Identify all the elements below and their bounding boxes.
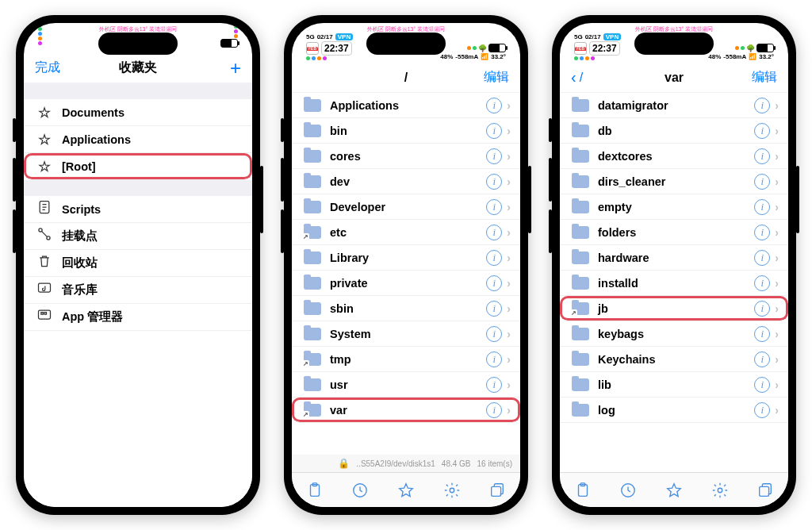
folder-row[interactable]: folders i › — [560, 220, 788, 245]
toolbar-clock-button[interactable] — [618, 480, 638, 501]
folder-row[interactable]: var i › — [292, 398, 520, 423]
folder-row[interactable]: Library i › — [292, 245, 520, 271]
info-button[interactable]: i — [754, 250, 770, 266]
svg-rect-16 — [760, 486, 769, 496]
toolbar-windows-button[interactable] — [755, 480, 776, 501]
favorites-row[interactable]: Scripts — [24, 196, 252, 223]
folder-list-var[interactable]: datamigrator i › db i › dextcores i › di… — [560, 93, 788, 472]
folder-row[interactable]: lib i › — [560, 372, 788, 398]
folder-row[interactable]: installd i › — [560, 271, 788, 296]
chevron-right-icon: › — [502, 252, 511, 264]
folder-icon — [572, 378, 589, 391]
star-icon: ☆ — [38, 158, 51, 175]
folder-row[interactable]: hardware i › — [560, 245, 788, 271]
info-button[interactable]: i — [486, 225, 502, 240]
folder-row[interactable]: dirs_cleaner i › — [560, 169, 788, 194]
info-button[interactable]: i — [486, 199, 502, 215]
info-button[interactable]: i — [754, 148, 770, 164]
info-button[interactable]: i — [486, 351, 502, 367]
favorites-row[interactable]: 回收站 — [24, 250, 252, 277]
star-icon: ☆ — [38, 104, 51, 121]
folder-icon — [304, 175, 321, 188]
folder-row[interactable]: etc i › — [292, 220, 520, 245]
row-label: lib — [592, 378, 754, 391]
toolbar-clock-button[interactable] — [350, 480, 370, 501]
toolbar-gear-button[interactable] — [442, 480, 462, 501]
mount-icon — [36, 226, 52, 246]
info-button[interactable]: i — [486, 377, 502, 393]
folder-row[interactable]: db i › — [560, 118, 788, 144]
info-button[interactable]: i — [486, 402, 502, 418]
toolbar-star-button[interactable] — [396, 480, 416, 501]
folder-icon — [304, 302, 321, 315]
svg-rect-6 — [44, 313, 47, 315]
info-button[interactable]: i — [754, 301, 770, 317]
info-button[interactable]: i — [754, 199, 770, 215]
folder-row[interactable]: keybags i › — [560, 321, 788, 347]
info-button[interactable]: i — [754, 351, 770, 367]
toolbar-star-button[interactable] — [664, 480, 684, 501]
info-button[interactable]: i — [486, 250, 502, 266]
folder-row[interactable]: dextcores i › — [560, 144, 788, 169]
favorites-row[interactable]: ☆ Applications — [24, 126, 252, 153]
row-label: 回收站 — [56, 255, 243, 271]
favorites-row[interactable]: ☆ Documents — [24, 99, 252, 126]
dynamic-island — [98, 33, 178, 55]
folder-row[interactable]: Applications i › — [292, 93, 520, 118]
info-button[interactable]: i — [486, 148, 502, 164]
folder-row[interactable]: cores i › — [292, 144, 520, 169]
edit-button[interactable]: 编辑 — [752, 69, 777, 86]
folder-row[interactable]: System i › — [292, 321, 520, 347]
info-button[interactable]: i — [486, 326, 502, 342]
info-button[interactable]: i — [486, 301, 502, 317]
folder-icon — [572, 226, 589, 239]
info-button[interactable]: i — [754, 275, 770, 291]
chevron-right-icon: › — [502, 99, 511, 112]
info-button[interactable]: i — [754, 174, 770, 190]
folder-row[interactable]: datamigrator i › — [560, 93, 788, 118]
toolbar-clipboard-button[interactable] — [573, 480, 593, 501]
chevron-right-icon: › — [502, 150, 511, 163]
favorites-row[interactable]: ☆ [Root] — [24, 153, 252, 180]
folder-row[interactable]: private i › — [292, 271, 520, 296]
info-button[interactable]: i — [486, 275, 502, 291]
folder-row[interactable]: sbin i › — [292, 296, 520, 321]
folder-row[interactable]: dev i › — [292, 169, 520, 194]
phone-var: 外机区 阴断多云13° 装清湿温同 5G02/17VPN FEB22:37 🌳 … — [552, 15, 796, 515]
edit-button[interactable]: 编辑 — [484, 69, 509, 86]
back-button[interactable]: ‹ / — [571, 68, 583, 86]
chevron-right-icon: › — [770, 277, 779, 290]
svg-rect-5 — [41, 313, 44, 315]
row-label: Library — [324, 252, 486, 264]
info-button[interactable]: i — [754, 402, 770, 418]
folder-row[interactable]: bin i › — [292, 118, 520, 144]
info-button[interactable]: i — [754, 326, 770, 342]
toolbar-clipboard-button[interactable] — [304, 480, 325, 501]
folder-row[interactable]: empty i › — [560, 194, 788, 220]
favorites-row[interactable]: 音乐库 — [24, 277, 252, 304]
add-button[interactable]: + — [230, 57, 241, 79]
chevron-right-icon: › — [502, 125, 511, 137]
favorites-row[interactable]: App 管理器 — [24, 304, 252, 331]
done-button[interactable]: 完成 — [35, 60, 60, 76]
folder-row[interactable]: usr i › — [292, 372, 520, 398]
folder-row[interactable]: tmp i › — [292, 347, 520, 372]
info-button[interactable]: i — [486, 174, 502, 190]
toolbar-windows-button[interactable] — [487, 480, 508, 501]
chevron-right-icon: › — [502, 378, 511, 391]
folder-row[interactable]: Keychains i › — [560, 347, 788, 372]
folder-row[interactable]: log i › — [560, 398, 788, 423]
info-button[interactable]: i — [486, 123, 502, 139]
toolbar-gear-button[interactable] — [710, 480, 730, 501]
folder-icon — [572, 150, 589, 163]
row-label: tmp — [324, 353, 486, 366]
info-button[interactable]: i — [486, 98, 502, 113]
info-button[interactable]: i — [754, 98, 770, 113]
info-button[interactable]: i — [754, 123, 770, 139]
folder-row[interactable]: Developer i › — [292, 194, 520, 220]
favorites-row[interactable]: 挂载点 — [24, 223, 252, 250]
folder-list-root[interactable]: Applications i › bin i › cores i › dev i… — [292, 93, 520, 455]
info-button[interactable]: i — [754, 377, 770, 393]
folder-row[interactable]: jb i › — [560, 296, 788, 321]
info-button[interactable]: i — [754, 225, 770, 240]
